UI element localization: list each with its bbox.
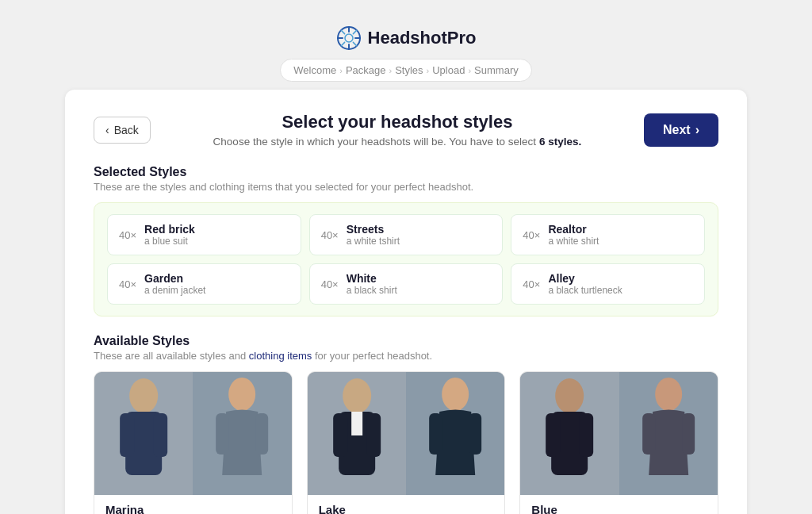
style-name-1: Streets [347,223,400,236]
breadcrumb-upload: Upload [432,64,465,76]
female-silhouette-lake [406,372,504,495]
svg-rect-23 [429,413,442,455]
svg-point-17 [343,378,371,413]
style-count-3: 40× [119,278,136,290]
svg-point-10 [129,378,158,413]
style-name-3: Garden [144,272,205,285]
style-chip-garden: 40× Garden a denim jacket [107,263,301,305]
style-name-4: White [347,272,397,285]
style-count-1: 40× [321,229,339,241]
style-card-lake-image [308,372,505,495]
male-silhouette-lake [308,372,406,495]
selected-styles-desc: These are the styles and clothing items … [94,181,718,193]
style-clothing-2: a white shirt [548,236,599,247]
main-card: ‹ Back Select your headshot styles Choos… [65,90,747,514]
male-silhouette [94,372,193,495]
available-styles-label: Available Styles [94,334,718,348]
next-label: Next [663,123,691,137]
svg-point-22 [442,378,469,411]
style-chip-red-brick: 40× Red brick a blue suit [107,214,301,255]
selected-styles-grid: 40× Red brick a blue suit 40× Streets a … [94,202,718,316]
style-card-blue: Blue + Select background [519,371,718,514]
svg-point-14 [228,378,255,411]
page-subtitle: Choose the style in which your headshots… [151,136,644,148]
logo-area: HeadshotPro [336,25,477,51]
lake-image-right [406,372,504,495]
logo-icon [336,25,362,51]
svg-line-8 [353,30,356,33]
style-count-0: 40× [119,229,136,241]
page-title: Select your headshot styles [151,112,644,132]
blue-name: Blue [531,503,707,514]
breadcrumb-welcome: Welcome [293,64,336,76]
style-clothing-5: a black turtleneck [548,285,622,296]
breadcrumb-sep-3: › [427,66,430,75]
selected-styles-label: Selected Styles [94,165,718,179]
style-count-4: 40× [321,278,339,290]
marina-image-right [193,372,291,495]
svg-point-1 [345,34,353,42]
available-styles-desc: These are all available styles and cloth… [94,350,718,362]
female-silhouette [193,372,291,495]
male-silhouette-blue [520,372,619,495]
breadcrumb-styles: Styles [395,64,423,76]
style-chip-alley: 40× Alley a black turtleneck [511,263,705,305]
style-clothing-4: a black shirt [347,285,397,296]
back-chevron-icon: ‹ [105,124,109,136]
style-clothing-0: a blue suit [144,236,195,247]
logo-text: HeadshotPro [368,28,477,48]
lake-name: Lake [319,503,494,514]
style-name-2: Realtor [548,223,599,236]
card-header: ‹ Back Select your headshot styles Choos… [94,112,718,148]
next-chevron-icon: › [695,123,699,137]
svg-rect-21 [351,412,362,435]
style-name-5: Alley [548,272,622,285]
style-card-lake: Lake + Select background [307,371,506,514]
svg-point-25 [555,378,584,413]
svg-rect-12 [120,413,134,457]
svg-rect-30 [642,413,655,455]
svg-rect-27 [546,413,560,457]
breadcrumb: Welcome › Package › Styles › Upload › Su… [280,59,531,82]
svg-rect-24 [469,413,481,455]
lake-image-left [308,372,406,495]
breadcrumb-package: Package [346,64,386,76]
blue-image-right [619,372,718,495]
marina-name: Marina [105,503,281,514]
style-chip-white: 40× White a black shirt [309,263,504,305]
available-desc-highlight: clothing items [249,350,312,362]
style-card-blue-body: Blue + Select background [520,495,718,514]
header: HeadshotPro Welcome › Package › Styles ›… [13,13,799,90]
style-card-blue-image [520,372,718,495]
breadcrumb-sep-4: › [468,66,471,75]
svg-rect-20 [366,413,381,457]
page-wrapper: HeadshotPro Welcome › Package › Styles ›… [13,13,799,514]
style-chip-streets: 40× Streets a white tshirt [309,214,504,255]
svg-rect-15 [216,413,228,455]
style-card-marina-image [94,372,292,495]
svg-rect-28 [579,413,593,457]
breadcrumb-summary: Summary [474,64,519,76]
available-styles-grid: Marina + Select background [94,371,718,514]
female-silhouette-blue [619,372,718,495]
breadcrumb-sep-1: › [339,66,343,75]
style-card-marina: Marina + Select background [94,371,293,514]
back-button[interactable]: ‹ Back [94,117,151,144]
style-count-5: 40× [523,278,540,290]
svg-line-7 [353,42,356,45]
style-clothing-3: a denim jacket [144,285,205,296]
blue-image-left [520,372,619,495]
style-chip-realtor: 40× Realtor a white shirt [511,214,705,255]
back-label: Back [114,124,139,136]
next-button[interactable]: Next › [644,113,718,147]
svg-rect-31 [682,413,695,455]
style-card-marina-body: Marina + Select background [94,495,292,514]
svg-point-29 [655,378,682,411]
card-title-area: Select your headshot styles Choose the s… [151,112,644,148]
svg-line-9 [341,42,344,45]
marina-image-left [94,372,193,495]
style-name-0: Red brick [144,223,195,236]
svg-rect-13 [153,413,167,457]
svg-rect-16 [255,413,268,455]
style-count-2: 40× [523,229,540,241]
